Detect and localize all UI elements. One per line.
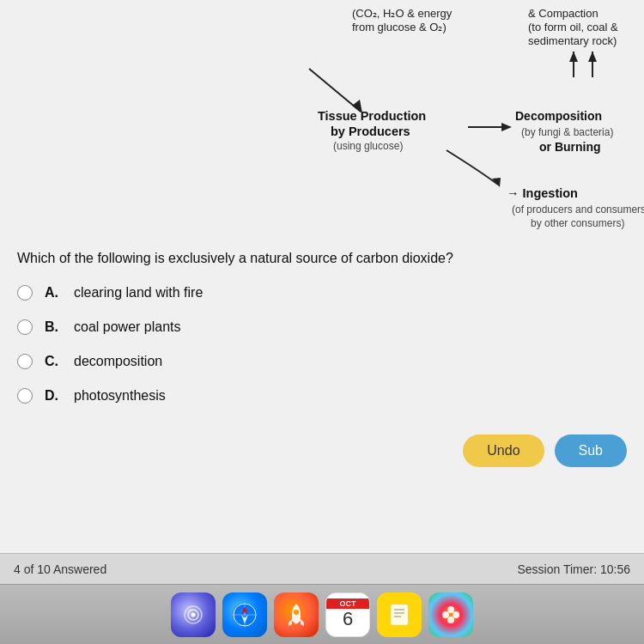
svg-text:(of producers and consumers: (of producers and consumers bbox=[512, 204, 644, 216]
svg-text:& Compaction: & Compaction bbox=[528, 7, 598, 20]
svg-text:(using glucose): (using glucose) bbox=[333, 140, 403, 152]
dock-siri-icon[interactable] bbox=[171, 592, 216, 637]
choice-letter-c: C. bbox=[45, 354, 62, 369]
status-bar: 4 of 10 Answered Session Timer: 10:56 bbox=[0, 553, 644, 584]
svg-text:or Burning: or Burning bbox=[539, 140, 601, 154]
svg-point-41 bbox=[442, 611, 449, 618]
timer-text: Session Timer: 10:56 bbox=[517, 562, 630, 576]
radio-d[interactable] bbox=[17, 388, 33, 404]
choice-text-a: clearing land with fire bbox=[74, 285, 203, 301]
choice-row-c[interactable]: C. decomposition bbox=[17, 354, 627, 369]
svg-text:(CO₂, H₂O & energy: (CO₂, H₂O & energy bbox=[352, 7, 453, 20]
svg-point-26 bbox=[191, 612, 196, 617]
svg-point-40 bbox=[447, 617, 454, 623]
svg-text:(by fungi & bacteria): (by fungi & bacteria) bbox=[521, 126, 613, 138]
dock-calendar-day: 6 bbox=[343, 609, 353, 629]
svg-text:Tissue Production: Tissue Production bbox=[318, 109, 426, 123]
question-text: Which of the following is exclusively a … bbox=[17, 249, 627, 268]
radio-a[interactable] bbox=[17, 285, 33, 301]
radio-c[interactable] bbox=[17, 354, 33, 369]
diagram-area: (CO₂, H₂O & energy from glucose & O₂) & … bbox=[0, 0, 644, 240]
dock-notes-icon[interactable] bbox=[377, 592, 422, 637]
choice-text-d: photosynthesis bbox=[74, 388, 166, 404]
main-content: (CO₂, H₂O & energy from glucose & O₂) & … bbox=[0, 0, 644, 553]
dock-launchpad-icon[interactable] bbox=[274, 592, 319, 637]
submit-button[interactable]: Sub bbox=[555, 434, 627, 467]
svg-rect-34 bbox=[391, 605, 408, 625]
svg-text:Decomposition: Decomposition bbox=[515, 109, 602, 123]
choice-text-c: decomposition bbox=[74, 354, 162, 369]
choice-text-b: coal power plants bbox=[74, 319, 181, 335]
progress-text: 4 of 10 Answered bbox=[14, 562, 106, 576]
svg-point-38 bbox=[447, 606, 454, 613]
dock-photos-icon[interactable] bbox=[428, 592, 473, 637]
svg-point-39 bbox=[453, 611, 459, 618]
svg-text:(to form oil, coal &: (to form oil, coal & bbox=[528, 21, 618, 33]
choice-letter-b: B. bbox=[45, 319, 62, 335]
buttons-area: Undo Sub bbox=[0, 422, 644, 479]
dock-calendar-icon[interactable]: OCT 6 bbox=[325, 592, 370, 637]
choices-area: A. clearing land with fire B. coal power… bbox=[0, 285, 644, 404]
choice-letter-d: D. bbox=[45, 388, 62, 404]
svg-text:from glucose & O₂): from glucose & O₂) bbox=[352, 21, 447, 33]
svg-text:by other consumers): by other consumers) bbox=[531, 217, 624, 229]
svg-text:by Producers: by Producers bbox=[331, 125, 410, 138]
svg-text:→ Ingestion: → Ingestion bbox=[507, 186, 578, 200]
svg-text:sedimentary rock): sedimentary rock) bbox=[528, 34, 617, 47]
screen: (CO₂, H₂O & energy from glucose & O₂) & … bbox=[0, 0, 644, 644]
choice-letter-a: A. bbox=[45, 285, 62, 301]
undo-button[interactable]: Undo bbox=[463, 434, 544, 467]
dock-safari-icon[interactable] bbox=[222, 592, 267, 637]
dock: OCT 6 bbox=[0, 584, 644, 644]
radio-b[interactable] bbox=[17, 319, 33, 335]
choice-row-b[interactable]: B. coal power plants bbox=[17, 319, 627, 335]
choice-row-a[interactable]: A. clearing land with fire bbox=[17, 285, 627, 301]
choice-row-d[interactable]: D. photosynthesis bbox=[17, 388, 627, 404]
svg-point-33 bbox=[294, 610, 299, 615]
question-area: Which of the following is exclusively a … bbox=[0, 240, 644, 268]
